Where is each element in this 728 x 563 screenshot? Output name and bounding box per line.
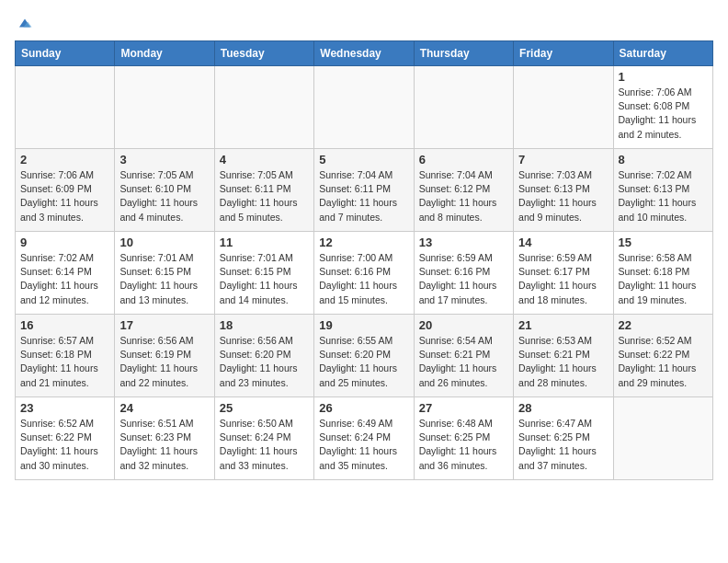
day-info: Sunrise: 6:48 AM Sunset: 6:25 PM Dayligh… bbox=[419, 417, 508, 473]
calendar-week-row: 2Sunrise: 7:06 AM Sunset: 6:09 PM Daylig… bbox=[16, 149, 713, 232]
calendar-day-cell: 13Sunrise: 6:59 AM Sunset: 6:16 PM Dayli… bbox=[414, 232, 513, 315]
day-number: 22 bbox=[619, 318, 708, 332]
day-info: Sunrise: 6:52 AM Sunset: 6:22 PM Dayligh… bbox=[20, 417, 109, 473]
day-number: 23 bbox=[20, 401, 109, 415]
day-info: Sunrise: 7:01 AM Sunset: 6:15 PM Dayligh… bbox=[220, 251, 309, 307]
day-number: 3 bbox=[119, 153, 209, 167]
day-number: 1 bbox=[619, 70, 708, 84]
calendar-day-cell: 1Sunrise: 7:06 AM Sunset: 6:08 PM Daylig… bbox=[613, 66, 712, 149]
calendar-day-cell: 15Sunrise: 6:58 AM Sunset: 6:18 PM Dayli… bbox=[613, 232, 712, 315]
weekday-header-monday: Monday bbox=[115, 41, 214, 66]
calendar-day-cell: 23Sunrise: 6:52 AM Sunset: 6:22 PM Dayli… bbox=[16, 397, 115, 480]
weekday-header-tuesday: Tuesday bbox=[214, 41, 313, 66]
calendar-week-row: 9Sunrise: 7:02 AM Sunset: 6:14 PM Daylig… bbox=[16, 232, 713, 315]
calendar-day-cell: 4Sunrise: 7:05 AM Sunset: 6:11 PM Daylig… bbox=[214, 149, 313, 232]
day-number: 20 bbox=[419, 318, 508, 332]
day-number: 19 bbox=[319, 318, 408, 332]
day-info: Sunrise: 7:05 AM Sunset: 6:10 PM Dayligh… bbox=[119, 168, 209, 224]
weekday-header-wednesday: Wednesday bbox=[314, 41, 414, 66]
day-info: Sunrise: 6:56 AM Sunset: 6:20 PM Dayligh… bbox=[220, 334, 309, 390]
calendar-day-cell: 25Sunrise: 6:50 AM Sunset: 6:24 PM Dayli… bbox=[214, 397, 313, 480]
calendar-day-cell: 21Sunrise: 6:53 AM Sunset: 6:21 PM Dayli… bbox=[514, 315, 613, 397]
calendar-day-cell: 19Sunrise: 6:55 AM Sunset: 6:20 PM Dayli… bbox=[314, 315, 414, 397]
calendar-day-cell: 6Sunrise: 7:04 AM Sunset: 6:12 PM Daylig… bbox=[414, 149, 513, 232]
day-number: 7 bbox=[518, 153, 608, 167]
day-info: Sunrise: 7:02 AM Sunset: 6:13 PM Dayligh… bbox=[619, 168, 708, 224]
calendar-table: SundayMondayTuesdayWednesdayThursdayFrid… bbox=[15, 40, 713, 480]
calendar-day-cell: 12Sunrise: 7:00 AM Sunset: 6:16 PM Dayli… bbox=[314, 232, 414, 315]
logo bbox=[15, 15, 33, 31]
day-number: 15 bbox=[619, 236, 708, 249]
day-info: Sunrise: 6:52 AM Sunset: 6:22 PM Dayligh… bbox=[619, 334, 708, 390]
calendar-day-cell: 22Sunrise: 6:52 AM Sunset: 6:22 PM Dayli… bbox=[613, 315, 712, 397]
day-number: 21 bbox=[518, 318, 608, 332]
calendar-day-cell: 8Sunrise: 7:02 AM Sunset: 6:13 PM Daylig… bbox=[613, 149, 712, 232]
day-number: 11 bbox=[220, 236, 309, 249]
day-number: 4 bbox=[220, 153, 309, 167]
day-info: Sunrise: 6:59 AM Sunset: 6:16 PM Dayligh… bbox=[419, 251, 508, 307]
calendar-day-cell: 17Sunrise: 6:56 AM Sunset: 6:19 PM Dayli… bbox=[115, 315, 214, 397]
day-number: 2 bbox=[20, 153, 109, 167]
day-info: Sunrise: 6:51 AM Sunset: 6:23 PM Dayligh… bbox=[119, 417, 209, 473]
calendar-day-cell: 2Sunrise: 7:06 AM Sunset: 6:09 PM Daylig… bbox=[16, 149, 115, 232]
day-info: Sunrise: 7:00 AM Sunset: 6:16 PM Dayligh… bbox=[319, 251, 408, 307]
calendar-day-cell bbox=[613, 397, 712, 480]
day-number: 16 bbox=[20, 318, 109, 332]
calendar-day-cell bbox=[16, 66, 115, 149]
day-number: 17 bbox=[119, 318, 209, 332]
weekday-header-saturday: Saturday bbox=[613, 41, 712, 66]
calendar-day-cell: 26Sunrise: 6:49 AM Sunset: 6:24 PM Dayli… bbox=[314, 397, 414, 480]
day-number: 8 bbox=[619, 153, 708, 167]
day-info: Sunrise: 7:03 AM Sunset: 6:13 PM Dayligh… bbox=[518, 168, 608, 224]
day-info: Sunrise: 7:05 AM Sunset: 6:11 PM Dayligh… bbox=[220, 168, 309, 224]
day-number: 14 bbox=[518, 236, 608, 249]
day-number: 6 bbox=[419, 153, 508, 167]
day-info: Sunrise: 6:50 AM Sunset: 6:24 PM Dayligh… bbox=[220, 417, 309, 473]
day-info: Sunrise: 6:53 AM Sunset: 6:21 PM Dayligh… bbox=[518, 334, 608, 390]
calendar-day-cell bbox=[214, 66, 313, 149]
day-info: Sunrise: 6:54 AM Sunset: 6:21 PM Dayligh… bbox=[419, 334, 508, 390]
weekday-header-sunday: Sunday bbox=[16, 41, 115, 66]
calendar-day-cell bbox=[314, 66, 414, 149]
calendar-day-cell bbox=[414, 66, 513, 149]
day-number: 27 bbox=[419, 401, 508, 415]
page-header bbox=[15, 15, 713, 31]
day-number: 5 bbox=[319, 153, 408, 167]
day-info: Sunrise: 7:02 AM Sunset: 6:14 PM Dayligh… bbox=[20, 251, 109, 307]
day-number: 12 bbox=[319, 236, 408, 249]
calendar-week-row: 16Sunrise: 6:57 AM Sunset: 6:18 PM Dayli… bbox=[16, 315, 713, 397]
day-number: 25 bbox=[220, 401, 309, 415]
logo-icon bbox=[17, 15, 33, 31]
day-info: Sunrise: 6:55 AM Sunset: 6:20 PM Dayligh… bbox=[319, 334, 408, 390]
calendar-day-cell: 28Sunrise: 6:47 AM Sunset: 6:25 PM Dayli… bbox=[514, 397, 613, 480]
calendar-day-cell: 11Sunrise: 7:01 AM Sunset: 6:15 PM Dayli… bbox=[214, 232, 313, 315]
day-info: Sunrise: 6:57 AM Sunset: 6:18 PM Dayligh… bbox=[20, 334, 109, 390]
day-number: 13 bbox=[419, 236, 508, 249]
calendar-week-row: 23Sunrise: 6:52 AM Sunset: 6:22 PM Dayli… bbox=[16, 397, 713, 480]
day-info: Sunrise: 7:04 AM Sunset: 6:12 PM Dayligh… bbox=[419, 168, 508, 224]
day-number: 9 bbox=[20, 236, 109, 249]
calendar-day-cell: 3Sunrise: 7:05 AM Sunset: 6:10 PM Daylig… bbox=[115, 149, 214, 232]
day-number: 18 bbox=[220, 318, 309, 332]
weekday-header-row: SundayMondayTuesdayWednesdayThursdayFrid… bbox=[16, 41, 713, 66]
calendar-day-cell bbox=[514, 66, 613, 149]
calendar-day-cell: 18Sunrise: 6:56 AM Sunset: 6:20 PM Dayli… bbox=[214, 315, 313, 397]
day-info: Sunrise: 6:56 AM Sunset: 6:19 PM Dayligh… bbox=[119, 334, 209, 390]
day-number: 28 bbox=[518, 401, 608, 415]
day-number: 26 bbox=[319, 401, 408, 415]
day-number: 24 bbox=[119, 401, 209, 415]
calendar-day-cell: 16Sunrise: 6:57 AM Sunset: 6:18 PM Dayli… bbox=[16, 315, 115, 397]
day-info: Sunrise: 7:01 AM Sunset: 6:15 PM Dayligh… bbox=[119, 251, 209, 307]
day-info: Sunrise: 7:04 AM Sunset: 6:11 PM Dayligh… bbox=[319, 168, 408, 224]
weekday-header-thursday: Thursday bbox=[414, 41, 513, 66]
calendar-day-cell: 14Sunrise: 6:59 AM Sunset: 6:17 PM Dayli… bbox=[514, 232, 613, 315]
day-info: Sunrise: 6:59 AM Sunset: 6:17 PM Dayligh… bbox=[518, 251, 608, 307]
calendar-day-cell: 20Sunrise: 6:54 AM Sunset: 6:21 PM Dayli… bbox=[414, 315, 513, 397]
calendar-day-cell: 27Sunrise: 6:48 AM Sunset: 6:25 PM Dayli… bbox=[414, 397, 513, 480]
day-info: Sunrise: 6:58 AM Sunset: 6:18 PM Dayligh… bbox=[619, 251, 708, 307]
day-number: 10 bbox=[119, 236, 209, 249]
day-info: Sunrise: 6:49 AM Sunset: 6:24 PM Dayligh… bbox=[319, 417, 408, 473]
calendar-day-cell: 9Sunrise: 7:02 AM Sunset: 6:14 PM Daylig… bbox=[16, 232, 115, 315]
calendar-day-cell: 10Sunrise: 7:01 AM Sunset: 6:15 PM Dayli… bbox=[115, 232, 214, 315]
weekday-header-friday: Friday bbox=[514, 41, 613, 66]
